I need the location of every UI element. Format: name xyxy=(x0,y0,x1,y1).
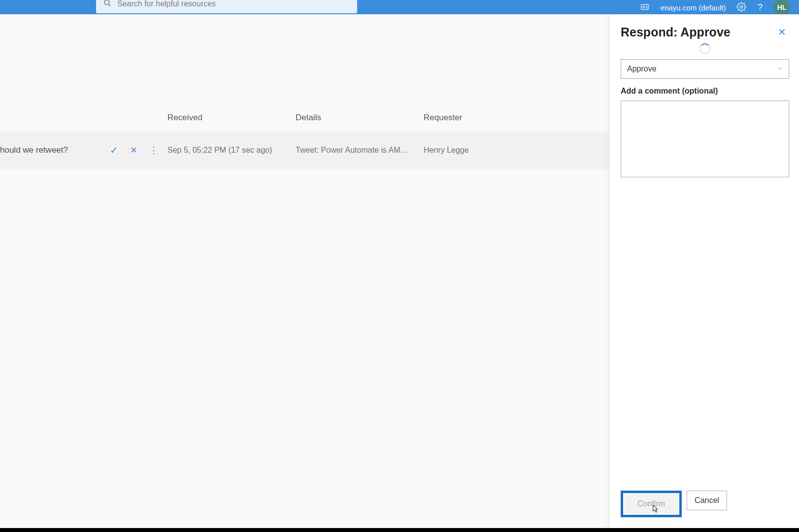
comment-input[interactable] xyxy=(621,100,789,177)
chevron-down-icon xyxy=(777,66,783,73)
more-icon[interactable]: ⋮ xyxy=(149,145,158,156)
respond-panel: Respond: Approve ✕ Approve Add a comment… xyxy=(609,14,799,528)
top-bar: Search for helpful resources enayu.com (… xyxy=(0,0,799,14)
environment-label[interactable]: enayu.com (default) xyxy=(661,3,726,12)
panel-footer: Confirm Cancel xyxy=(621,491,789,528)
close-icon[interactable]: ✕ xyxy=(775,25,789,39)
col-details: Details xyxy=(296,113,424,123)
gear-icon[interactable] xyxy=(736,2,746,13)
svg-point-3 xyxy=(643,6,644,7)
help-icon[interactable]: ? xyxy=(757,2,763,13)
svg-rect-2 xyxy=(641,4,648,9)
response-select[interactable]: Approve xyxy=(621,59,789,79)
reject-icon[interactable]: ✕ xyxy=(130,145,137,156)
svg-point-4 xyxy=(740,5,743,8)
search-input[interactable]: Search for helpful resources xyxy=(96,0,357,13)
col-requester: Requester xyxy=(424,113,552,123)
search-icon xyxy=(103,0,111,9)
col-received: Received xyxy=(167,113,296,123)
svg-point-0 xyxy=(104,0,109,5)
approval-title: hould we retweet? xyxy=(0,145,68,155)
svg-line-1 xyxy=(109,4,110,6)
approval-details: Tweet: Power Automate is AMAZEBA... xyxy=(296,146,424,155)
approval-received: Sep 5, 05:22 PM (17 sec ago) xyxy=(167,146,296,155)
response-select-value: Approve xyxy=(627,65,657,73)
cancel-button[interactable]: Cancel xyxy=(687,491,727,510)
avatar-initials: HL xyxy=(777,3,787,11)
approval-requester: Henry Legge xyxy=(424,146,552,155)
environment-icon[interactable] xyxy=(640,2,650,13)
spinner-icon xyxy=(699,43,710,54)
avatar[interactable]: HL xyxy=(773,0,790,16)
confirm-button[interactable]: Confirm xyxy=(624,494,678,514)
search-placeholder: Search for helpful resources xyxy=(117,0,216,8)
bottom-strip xyxy=(0,528,799,532)
approve-icon[interactable]: ✓ xyxy=(110,144,118,156)
confirm-highlight: Confirm xyxy=(621,491,682,517)
panel-title: Respond: Approve xyxy=(621,25,731,39)
header-right: enayu.com (default) ? HL xyxy=(640,0,790,16)
comment-label: Add a comment (optional) xyxy=(621,87,789,96)
